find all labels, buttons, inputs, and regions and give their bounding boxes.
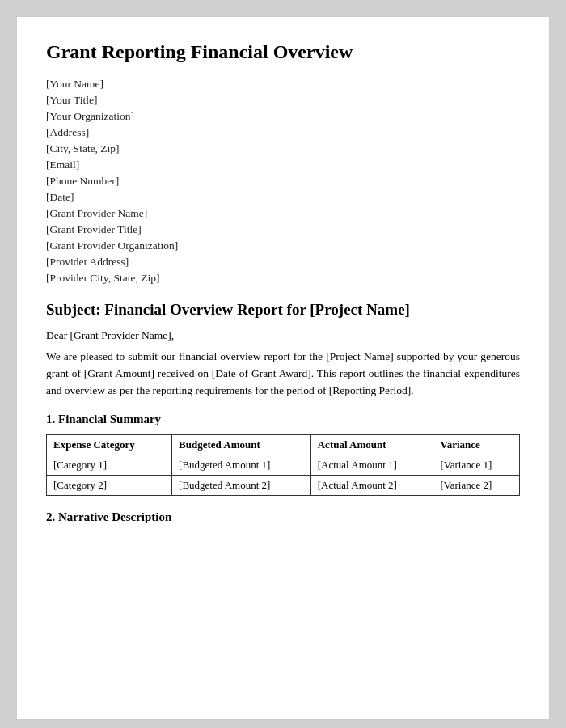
provider-city-state-zip: [Provider City, State, Zip]	[46, 272, 520, 285]
table-row: [Category 2][Budgeted Amount 2][Actual A…	[47, 475, 520, 495]
provider-address: [Provider Address]	[46, 256, 520, 269]
table-cell: [Category 2]	[47, 475, 172, 495]
subject-line: Subject: Financial Overview Report for […	[46, 299, 520, 321]
grant-provider-title: [Grant Provider Title]	[46, 223, 520, 236]
grant-provider-org: [Grant Provider Organization]	[46, 239, 520, 252]
table-row: [Category 1][Budgeted Amount 1][Actual A…	[47, 455, 520, 475]
section1-heading: 1. Financial Summary	[46, 413, 520, 426]
contact-phone: [Phone Number]	[46, 175, 520, 188]
contact-city-state-zip: [City, State, Zip]	[46, 142, 520, 155]
table-cell: [Category 1]	[47, 455, 172, 475]
table-cell: [Budgeted Amount 1]	[172, 455, 311, 475]
table-cell: [Budgeted Amount 2]	[172, 475, 311, 495]
contact-address: [Address]	[46, 126, 520, 139]
contact-title: [Your Title]	[46, 94, 520, 107]
contact-name: [Your Name]	[46, 78, 520, 91]
col-expense-category: Expense Category	[47, 434, 172, 455]
financial-summary-table: Expense Category Budgeted Amount Actual …	[46, 434, 520, 496]
grant-provider-name: [Grant Provider Name]	[46, 207, 520, 220]
contact-email: [Email]	[46, 159, 520, 171]
page-title: Grant Reporting Financial Overview	[46, 40, 520, 65]
document-page: Grant Reporting Financial Overview [Your…	[16, 16, 550, 720]
table-cell: [Actual Amount 1]	[310, 455, 433, 475]
contact-block: [Your Name] [Your Title] [Your Organizat…	[46, 78, 520, 285]
contact-organization: [Your Organization]	[46, 110, 520, 123]
section2-heading: 2. Narrative Description	[46, 510, 520, 524]
table-header-row: Expense Category Budgeted Amount Actual …	[47, 434, 520, 455]
table-cell: [Variance 1]	[433, 455, 520, 475]
body-paragraph: We are pleased to submit our financial o…	[46, 349, 520, 400]
contact-date: [Date]	[46, 191, 520, 204]
col-actual-amount: Actual Amount	[310, 434, 433, 455]
col-budgeted-amount: Budgeted Amount	[172, 434, 311, 455]
col-variance: Variance	[433, 434, 520, 455]
table-cell: [Actual Amount 2]	[310, 475, 433, 495]
salutation: Dear [Grant Provider Name],	[46, 329, 520, 342]
table-cell: [Variance 2]	[433, 475, 520, 495]
